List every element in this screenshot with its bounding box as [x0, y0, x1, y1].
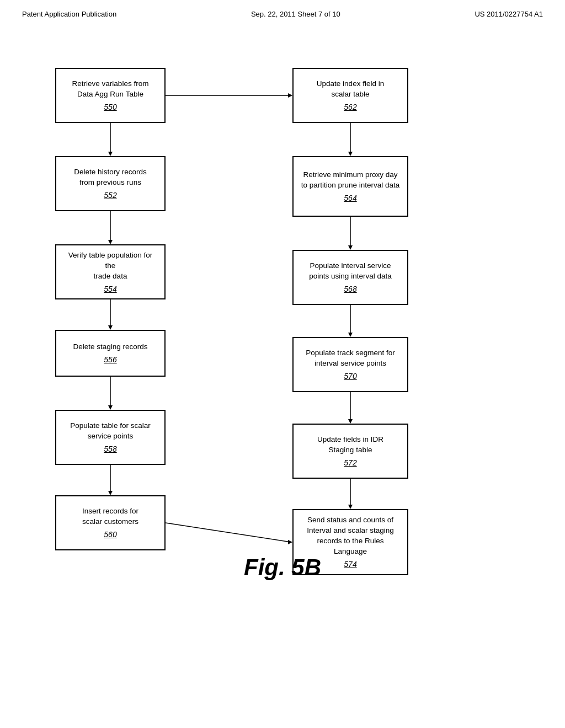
box-568: Populate interval servicepoints using in… [292, 250, 408, 305]
box-550-text: Retrieve variables fromData Agg Run Tabl… [72, 79, 149, 100]
svg-marker-5 [108, 325, 113, 330]
box-554: Verify table population for thetrade dat… [55, 244, 166, 299]
box-562-text: Update index field inscalar table [317, 79, 384, 100]
box-558: Populate table for scalarservice points … [55, 410, 166, 465]
box-558-text: Populate table for scalarservice points [70, 421, 151, 442]
box-552: Delete history recordsfrom previous runs… [55, 156, 166, 211]
box-572-text: Update fields in IDRStaging table [317, 435, 383, 456]
box-552-number: 552 [104, 190, 116, 201]
box-564-text: Retrieve minimum proxy dayto partition p… [301, 170, 400, 191]
diagram-area: Retrieve variables fromData Agg Run Tabl… [0, 24, 565, 630]
box-560: Insert records forscalar customers 560 [55, 495, 166, 550]
svg-line-22 [166, 523, 291, 542]
svg-marker-1 [108, 152, 113, 156]
box-574-number: 574 [344, 559, 356, 570]
box-562-number: 562 [344, 102, 356, 113]
svg-marker-13 [348, 152, 353, 156]
svg-marker-21 [348, 505, 353, 509]
box-556-text: Delete staging records [73, 342, 147, 352]
box-560-number: 560 [104, 529, 116, 540]
box-568-text: Populate interval servicepoints using in… [309, 261, 391, 282]
box-572: Update fields in IDRStaging table 572 [292, 424, 408, 479]
box-572-number: 572 [344, 458, 356, 469]
box-560-text: Insert records forscalar customers [82, 506, 138, 527]
box-564: Retrieve minimum proxy dayto partition p… [292, 156, 408, 217]
header-right: US 2011/0227754 A1 [475, 10, 543, 18]
svg-marker-9 [108, 491, 113, 495]
box-556-number: 556 [104, 355, 116, 366]
box-562: Update index field inscalar table 562 [292, 68, 408, 123]
svg-marker-17 [348, 333, 353, 337]
box-550: Retrieve variables fromData Agg Run Tabl… [55, 68, 166, 123]
svg-marker-23 [288, 540, 292, 544]
svg-marker-7 [108, 405, 113, 410]
box-570-text: Populate track segment forinterval servi… [306, 348, 395, 369]
svg-marker-19 [348, 419, 353, 424]
box-564-number: 564 [344, 193, 356, 204]
box-570-number: 570 [344, 371, 356, 382]
box-556: Delete staging records 556 [55, 330, 166, 377]
box-558-number: 558 [104, 444, 116, 455]
header-middle: Sep. 22, 2011 Sheet 7 of 10 [251, 10, 340, 18]
svg-marker-15 [348, 245, 353, 250]
box-568-number: 568 [344, 284, 356, 295]
box-570: Populate track segment forinterval servi… [292, 337, 408, 392]
box-554-text: Verify table population for thetrade dat… [63, 250, 158, 282]
page-header: Patent Application Publication Sep. 22, … [0, 0, 565, 24]
box-574-text: Send status and counts ofInterval and sc… [300, 515, 401, 557]
header-left: Patent Application Publication [22, 10, 116, 18]
box-550-number: 550 [104, 102, 116, 113]
box-554-number: 554 [104, 284, 116, 295]
svg-marker-11 [288, 93, 292, 98]
box-552-text: Delete history recordsfrom previous runs [74, 167, 146, 188]
fig-label: Fig. 5B [244, 554, 321, 581]
svg-marker-3 [108, 240, 113, 244]
